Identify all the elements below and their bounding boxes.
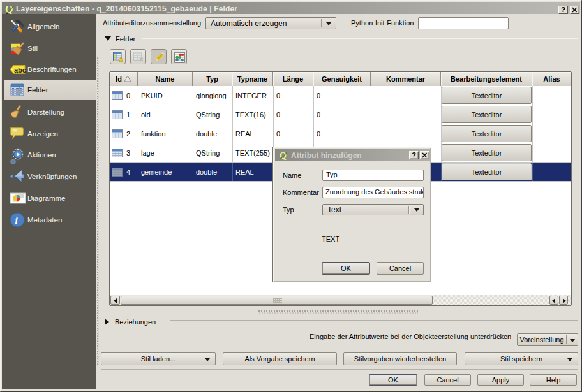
svg-text:Q: Q — [5, 4, 13, 15]
svg-text:abc: abc — [14, 66, 26, 73]
